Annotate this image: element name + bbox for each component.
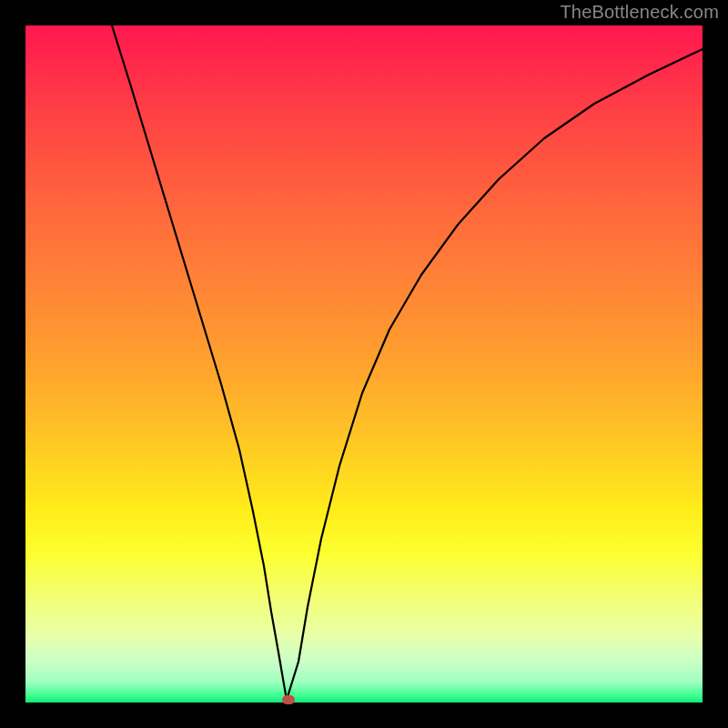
curve-minimum-marker — [282, 695, 295, 704]
chart-frame: TheBottleneck.com — [0, 0, 728, 728]
watermark-text: TheBottleneck.com — [560, 2, 719, 23]
plot-area — [25, 25, 703, 703]
bottleneck-curve — [25, 25, 703, 703]
